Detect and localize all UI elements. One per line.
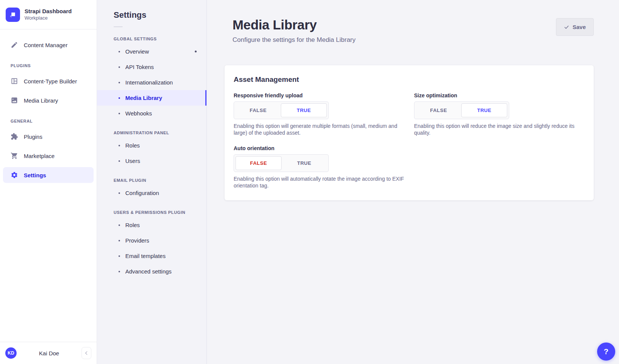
main-sidebar: Strapi Dashboard Workplace Content Manag… [0,0,97,364]
subnav-item-configuration[interactable]: Configuration [97,185,206,201]
nav-section-header-general: GENERAL [3,119,94,123]
subnav-item-media-library[interactable]: Media Library [97,90,206,106]
nav-item-media-library[interactable]: Media Library [3,92,94,108]
user-name: Kai Doe [20,350,79,356]
field-auto-orientation: Auto orientation FALSE TRUE Enabling thi… [234,145,404,189]
subnav-header-administration-panel: ADMINISTRATION PANEL [97,131,206,135]
nav-item-label: Media Library [24,97,58,104]
main-nav: Content Manager PLUGINS Content-Type Bui… [0,29,97,342]
nav-item-content-type-builder[interactable]: Content-Type Builder [3,73,94,89]
main-content: Media Library Configure the settings for… [207,0,619,364]
subnav-item-internationalization[interactable]: Internationalization [97,75,206,90]
toggle-option-true[interactable]: TRUE [281,103,327,117]
image-icon [11,97,18,104]
subnav-item-roles-admin[interactable]: Roles [97,138,206,153]
asset-management-panel: Asset Management Responsive friendly upl… [225,65,594,200]
puzzle-icon [11,133,18,140]
responsive-friendly-upload-toggle[interactable]: FALSE TRUE [234,101,329,119]
help-button[interactable]: ? [597,342,615,361]
strapi-logo-icon [6,8,20,22]
subnav-item-label: Configuration [125,190,159,196]
subnav-item-label: Providers [125,237,149,244]
workspace-switcher[interactable]: Strapi Dashboard Workplace [0,0,97,29]
cart-icon [11,152,18,160]
auto-orientation-toggle[interactable]: FALSE TRUE [234,154,329,172]
nav-item-label: Plugins [24,134,42,140]
subnav-item-label: Email templates [125,253,166,259]
subnav-title: Settings [97,10,206,20]
subnav-item-webhooks[interactable]: Webhooks [97,106,206,121]
panel-title: Asset Management [234,75,585,84]
subnav-item-label: Overview [125,48,149,55]
toggle-option-false[interactable]: FALSE [236,103,281,117]
subnav-header-users-permissions-plugin: USERS & PERMISSIONS PLUGIN [97,210,206,215]
subnav-item-overview[interactable]: Overview [97,44,206,59]
toggle-option-true[interactable]: TRUE [461,103,507,117]
bullet-icon [119,51,120,52]
field-responsive-friendly-upload: Responsive friendly upload FALSE TRUE En… [234,92,404,136]
page-header: Media Library Configure the settings for… [225,0,594,44]
bullet-icon [119,224,120,226]
subnav-divider [114,26,123,27]
bullet-icon [119,240,120,241]
field-label: Auto orientation [234,145,404,151]
bullet-icon [119,97,120,99]
subnav-item-label: Webhooks [125,110,152,117]
subnav-item-label: Users [125,158,140,164]
subnav-item-advanced-settings[interactable]: Advanced settings [97,264,206,279]
settings-subnav: Settings GLOBAL SETTINGS Overview API To… [97,0,207,364]
nav-item-label: Content Manager [24,42,68,48]
toggle-option-false[interactable]: FALSE [236,156,282,170]
field-label: Size optimization [414,92,585,98]
bullet-icon [119,113,120,114]
subnav-item-label: Internationalization [125,79,173,86]
nav-item-marketplace[interactable]: Marketplace [3,148,94,164]
field-description: Enabling this option will automatically … [234,175,404,189]
avatar[interactable]: KD [5,347,17,359]
gear-icon [11,171,18,179]
subnav-item-label: Roles [125,222,140,228]
nav-section-header-plugins: PLUGINS [3,63,94,68]
nav-item-content-manager[interactable]: Content Manager [3,37,94,53]
subnav-item-email-templates[interactable]: Email templates [97,248,206,264]
subnav-header-email-plugin: EMAIL PLUGIN [97,178,206,183]
subnav-item-label: Advanced settings [125,268,172,275]
bullet-icon [119,255,120,257]
notification-dot [195,51,197,52]
bullet-icon [119,192,120,194]
subnav-item-label: Roles [125,142,140,149]
field-description: Enabling this option will generate multi… [234,123,404,136]
bullet-icon [119,160,120,162]
chevron-left-icon [84,351,89,355]
workspace-subtitle: Workplace [25,15,72,21]
bullet-icon [119,82,120,83]
layout-icon [11,77,18,85]
app-root: Strapi Dashboard Workplace Content Manag… [0,0,619,364]
size-optimization-toggle[interactable]: FALSE TRUE [414,101,509,119]
bullet-icon [119,145,120,146]
field-description: Enabling this option will reduce the ima… [414,123,585,136]
page-title: Media Library [233,17,356,32]
nav-item-plugins[interactable]: Plugins [3,129,94,144]
subnav-header-global-settings: GLOBAL SETTINGS [97,37,206,41]
nav-item-settings[interactable]: Settings [3,167,94,183]
bullet-icon [119,66,120,68]
pen-icon [11,41,18,49]
subnav-item-roles-up[interactable]: Roles [97,217,206,233]
user-footer: KD Kai Doe [0,342,97,364]
field-size-optimization: Size optimization FALSE TRUE Enabling th… [414,92,585,136]
subnav-item-api-tokens[interactable]: API Tokens [97,59,206,75]
toggle-option-true[interactable]: TRUE [282,156,327,170]
subnav-item-providers[interactable]: Providers [97,233,206,248]
toggle-option-false[interactable]: FALSE [416,103,461,117]
sidebar-collapse-button[interactable] [82,347,91,359]
save-button-label: Save [573,24,586,30]
subnav-item-label: Media Library [125,95,162,101]
page-subtitle: Configure the settings for the Media Lib… [233,36,356,44]
nav-item-label: Settings [24,172,46,178]
subnav-item-users[interactable]: Users [97,153,206,169]
workspace-title: Strapi Dashboard [25,8,72,15]
field-label: Responsive friendly upload [234,92,404,98]
bullet-icon [119,271,120,272]
save-button[interactable]: Save [556,18,594,36]
